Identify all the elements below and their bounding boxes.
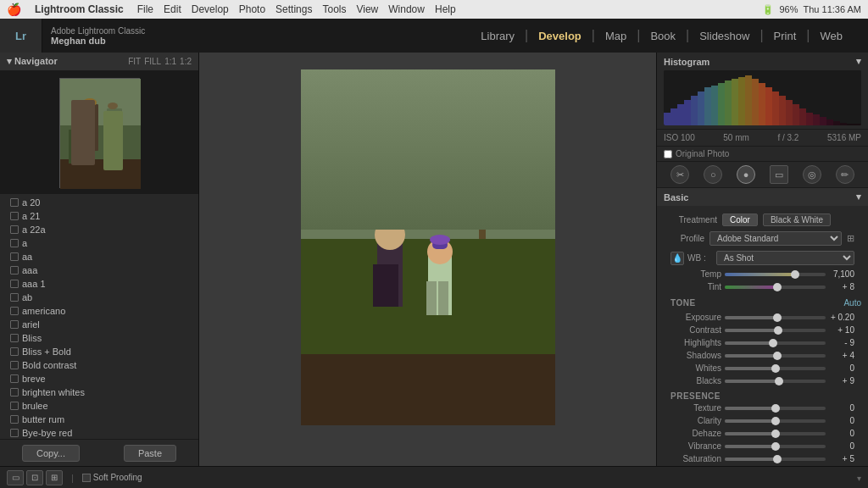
- before-after-btn[interactable]: ⊡: [26, 470, 43, 485]
- preset-bold-contrast[interactable]: Bold contrast: [0, 358, 198, 372]
- crop-tool[interactable]: ✂: [670, 165, 689, 184]
- center-panel: [199, 53, 656, 466]
- original-photo-checkbox[interactable]: [664, 150, 672, 158]
- svg-rect-50: [752, 79, 759, 125]
- auto-btn[interactable]: Auto: [843, 298, 861, 308]
- tint-slider[interactable]: [725, 286, 826, 289]
- tint-label: Tint: [670, 282, 721, 291]
- preset-bye-bye-red[interactable]: Bye-bye red: [0, 426, 198, 439]
- svg-rect-40: [684, 100, 691, 125]
- lr-logo: Lr: [0, 19, 42, 53]
- preset-ariel[interactable]: ariel: [0, 318, 198, 331]
- nav-develop[interactable]: Develop: [530, 26, 590, 46]
- profile-select[interactable]: Adobe Standard: [709, 231, 842, 246]
- app-titlebar: Lr Adobe Lightroom Classic Meghan dub Li…: [0, 19, 868, 53]
- svg-rect-4: [81, 104, 98, 151]
- left-panel: ▾ Navigator FIT FILL 1:1 1:2: [0, 53, 199, 466]
- highlights-slider[interactable]: [725, 341, 826, 345]
- svg-rect-63: [840, 123, 847, 125]
- texture-slider[interactable]: [725, 407, 826, 410]
- radial-filter-tool[interactable]: ◎: [803, 165, 821, 184]
- preset-aa[interactable]: aa: [0, 250, 198, 263]
- preset-icon: [10, 239, 19, 247]
- preset-butter-rum[interactable]: butter rum: [0, 413, 198, 426]
- paste-button[interactable]: Paste: [124, 445, 176, 462]
- treatment-tools: ✂ ○ ● ▭ ◎ ✏: [657, 162, 868, 188]
- exposure-slider[interactable]: [725, 316, 826, 319]
- clarity-slider[interactable]: [725, 419, 826, 423]
- whites-row: Whites 0: [664, 362, 861, 374]
- menu-help[interactable]: Help: [435, 3, 456, 15]
- temp-slider[interactable]: [725, 273, 826, 276]
- file-size: 5316 MP: [827, 133, 861, 142]
- menu-file[interactable]: File: [137, 3, 153, 15]
- profile-grid-icon[interactable]: ⊞: [847, 233, 854, 244]
- red-eye-tool[interactable]: ●: [737, 165, 755, 184]
- shadows-slider[interactable]: [725, 354, 826, 358]
- menu-photo[interactable]: Photo: [239, 3, 265, 15]
- toolbar-dropdown[interactable]: ▾: [857, 474, 861, 483]
- preset-breve[interactable]: breve: [0, 372, 198, 385]
- dehaze-slider[interactable]: [725, 432, 826, 435]
- preset-a21[interactable]: a 21: [0, 209, 198, 223]
- preset-a20[interactable]: a 20: [0, 196, 198, 209]
- preset-aaa[interactable]: aaa: [0, 263, 198, 277]
- preset-brulee[interactable]: brulee: [0, 399, 198, 413]
- menu-edit[interactable]: Edit: [164, 3, 181, 15]
- svg-rect-43: [704, 87, 711, 125]
- nav-slideshow[interactable]: Slideshow: [691, 26, 758, 46]
- color-btn[interactable]: Color: [722, 214, 758, 226]
- nav-map[interactable]: Map: [597, 26, 635, 46]
- preset-ab[interactable]: ab: [0, 291, 198, 304]
- loupe-view-btn[interactable]: ▭: [7, 470, 24, 485]
- histogram-expand-icon[interactable]: ▾: [856, 56, 861, 67]
- preset-aaa1[interactable]: aaa 1: [0, 277, 198, 291]
- vibrance-slider[interactable]: [725, 445, 826, 448]
- menu-tools[interactable]: Tools: [322, 3, 346, 15]
- saturation-slider[interactable]: [725, 458, 826, 461]
- svg-rect-3: [60, 159, 141, 189]
- whites-slider[interactable]: [725, 367, 826, 370]
- soft-proofing-checkbox[interactable]: [82, 474, 91, 482]
- nav-book[interactable]: Book: [642, 26, 684, 46]
- preset-icon: [10, 320, 19, 329]
- preset-americano[interactable]: americano: [0, 304, 198, 318]
- nav-library[interactable]: Library: [472, 26, 523, 46]
- bw-btn[interactable]: Black & White: [763, 214, 831, 226]
- preset-a22a[interactable]: a 22a: [0, 223, 198, 236]
- fill-btn[interactable]: FILL: [144, 57, 161, 66]
- menu-view[interactable]: View: [356, 3, 378, 15]
- aperture-value: f / 3.2: [777, 133, 798, 142]
- svg-marker-15: [394, 130, 441, 150]
- gradient-filter-tool[interactable]: ▭: [770, 165, 788, 184]
- menu-window[interactable]: Window: [388, 3, 425, 15]
- preset-brighten-whites[interactable]: brighten whites: [0, 385, 198, 399]
- menu-settings[interactable]: Settings: [275, 3, 312, 15]
- clarity-label: Clarity: [670, 416, 721, 425]
- svg-point-7: [83, 98, 97, 107]
- preset-a[interactable]: a: [0, 236, 198, 250]
- contrast-slider[interactable]: [725, 329, 826, 332]
- temp-label: Temp: [670, 269, 721, 279]
- preset-bliss[interactable]: Bliss: [0, 331, 198, 345]
- preset-bliss-bold[interactable]: Bliss + Bold: [0, 345, 198, 358]
- fit-btn[interactable]: FIT: [128, 57, 141, 66]
- 1to1-btn[interactable]: 1:1: [164, 57, 176, 66]
- menu-develop[interactable]: Develop: [192, 3, 229, 15]
- nav-print[interactable]: Print: [765, 26, 805, 46]
- adjustment-brush-tool[interactable]: ✏: [836, 165, 854, 184]
- svg-rect-56: [793, 104, 799, 125]
- blacks-row: Blacks + 9: [664, 374, 861, 387]
- blacks-slider[interactable]: [725, 380, 826, 383]
- wb-select[interactable]: As Shot: [716, 251, 854, 265]
- grid-view-btn[interactable]: ⊞: [46, 470, 63, 485]
- copy-button[interactable]: Copy...: [22, 445, 80, 462]
- basic-section-header[interactable]: Basic ▾: [657, 188, 868, 206]
- nav-web[interactable]: Web: [812, 26, 852, 46]
- spot-removal-tool[interactable]: ○: [704, 165, 722, 184]
- eyedropper-tool[interactable]: 💧: [670, 252, 684, 265]
- 1to2-btn[interactable]: 1:2: [180, 57, 192, 66]
- apple-menu[interactable]: 🍎: [7, 3, 21, 16]
- app-menu-name[interactable]: Lightroom Classic: [35, 3, 124, 15]
- user-name-label: Meghan dub: [51, 36, 145, 46]
